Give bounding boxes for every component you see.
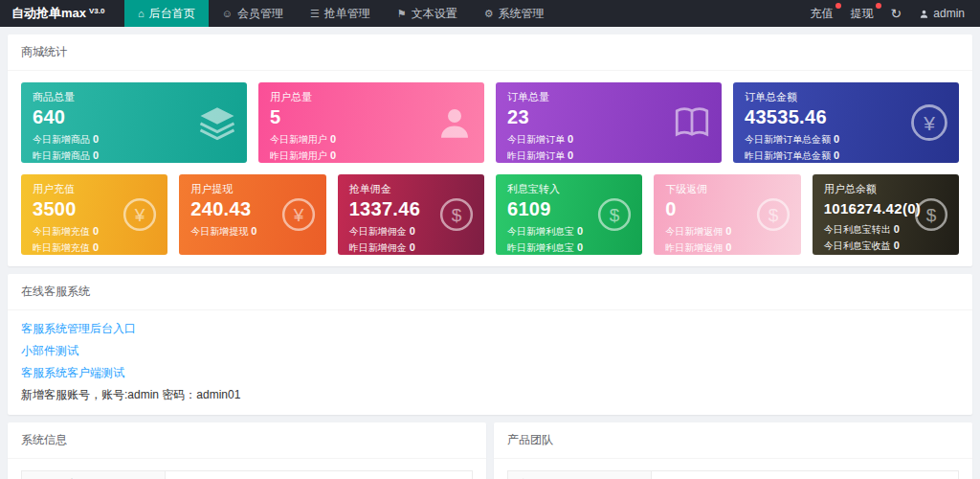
dollar-circle-icon: $ [438,196,475,233]
stat-sub: 昨日新增返佣0 [665,240,789,255]
stat-title: 抢单佣金 [349,182,473,196]
yen-circle-icon: ¥ [122,196,158,233]
menu-item-orders[interactable]: ☰ 抢单管理 [297,0,384,27]
book-icon [672,103,712,143]
system-info-panel: 系统信息 当前程序版本 V3.0 运行PHP版本 7.2.33 ThinkPHP… [8,422,486,479]
person-icon [919,9,929,19]
menu-item-system[interactable]: ⚙ 系统管理 [471,0,558,27]
user-icon [434,103,475,143]
stat-title: 下级返佣 [665,182,789,196]
stat-sub: 昨日新增订单总金额0 [745,148,947,163]
app-logo: 自动抢单max V3.0 [0,0,124,27]
product-team-table: 产品名称 抢单源码 产品说明 本产品仅为学习测试交流,请勿搭建商业或者用于违法行… [507,470,959,479]
widget-test-link[interactable]: 小部件测试 [21,340,959,362]
navbar-right: 充值 提现 ↻ admin [811,0,980,27]
service-panel-body: 客服系统管理后台入口 小部件测试 客服系统客户端测试 新增客服账号，账号:adm… [8,310,972,415]
order-icon: ☰ [310,8,320,20]
service-panel-title: 在线客服系统 [8,274,972,310]
service-panel: 在线客服系统 客服系统管理后台入口 小部件测试 客服系统客户端测试 新增客服账号… [8,274,972,415]
page-content: 商城统计 商品总量 640 今日新增商品0 昨日新增商品0 用户总量 5 今日新… [0,27,980,479]
main-menu: ⌂ 后台首页 ☺ 会员管理 ☰ 抢单管理 ⚑ 文本设置 ⚙ 系统管理 [124,0,558,27]
recharge-badge [835,3,841,9]
stat-card-total-balance: 用户总余额 1016274.42(0) 今日利息宝转出0 今日利息宝收益0 $ [813,174,959,255]
withdraw-link[interactable]: 提现 [851,6,874,22]
stat-card-orders: 订单总量 23 今日新增订单0 昨日新增订单0 [496,82,722,163]
product-team-title: 产品团队 [494,422,972,459]
dollar-circle-icon: $ [755,196,791,233]
system-info-body: 当前程序版本 V3.0 运行PHP版本 7.2.33 ThinkPHP版本 5.… [8,459,486,479]
stat-title: 利息宝转入 [507,182,631,196]
layers-icon [197,103,237,143]
gear-icon: ⚙ [484,8,494,20]
product-team-body: 产品名称 抢单源码 产品说明 本产品仅为学习测试交流,请勿搭建商业或者用于违法行… [494,459,972,479]
stats-panel: 商城统计 商品总量 640 今日新增商品0 昨日新增商品0 用户总量 5 今日新… [8,34,972,266]
stat-card-interest-in: 利息宝转入 6109 今日新增利息宝0 昨日新增利息宝0 $ [496,174,642,255]
refresh-icon[interactable]: ↻ [891,6,902,21]
stats-panel-title: 商城统计 [8,34,972,71]
menu-item-home[interactable]: ⌂ 后台首页 [124,0,209,27]
svg-text:$: $ [610,205,620,225]
app-version: V3.0 [89,7,104,15]
stat-sub: 昨日新增充值0 [33,240,156,255]
service-admin-entry-link[interactable]: 客服系统管理后台入口 [21,318,959,340]
stat-sub: 昨日新增商品0 [33,148,235,163]
admin-dropdown[interactable]: admin [919,7,965,20]
withdraw-badge [876,3,881,9]
system-info-table: 当前程序版本 V3.0 运行PHP版本 7.2.33 ThinkPHP版本 5.… [21,470,473,479]
menu-item-members[interactable]: ☺ 会员管理 [209,0,297,27]
stat-card-users: 用户总量 5 今日新增用户0 昨日新增用户0 [258,82,484,163]
stat-title: 用户充值 [33,182,156,196]
table-row: 当前程序版本 V3.0 [22,471,473,479]
svg-text:$: $ [452,205,462,225]
stat-card-sub-rebate: 下级返佣 0 今日新增返佣0 昨日新增返佣0 $ [654,174,800,255]
table-row: 产品名称 抢单源码 [508,471,959,479]
service-account-note: 新增客服账号，账号:admin 密码：admin01 [21,387,959,403]
product-team-panel: 产品团队 产品名称 抢单源码 产品说明 本产品仅为学习测试交流,请勿搭建商业或者… [494,422,972,479]
top-navbar: 自动抢单max V3.0 ⌂ 后台首页 ☺ 会员管理 ☰ 抢单管理 ⚑ 文本设置… [0,0,980,27]
svg-text:¥: ¥ [923,112,935,134]
svg-text:¥: ¥ [292,205,303,225]
stat-card-order-amount: 订单总金额 43535.46 今日新增订单总金额0 昨日新增订单总金额0 ¥ [733,82,959,163]
svg-text:¥: ¥ [134,205,145,225]
stat-title: 用户总余额 [824,182,947,196]
member-icon: ☺ [222,8,233,19]
stat-title: 用户提现 [190,182,314,196]
stat-sub: 昨日新增用户0 [270,148,473,163]
menu-item-text-settings[interactable]: ⚑ 文本设置 [384,0,471,27]
stat-card-commission: 抢单佣金 1337.46 今日新增佣金0 昨日新增佣金0 $ [338,174,484,255]
dollar-circle-icon: $ [596,196,633,233]
bottom-panels: 系统信息 当前程序版本 V3.0 运行PHP版本 7.2.33 ThinkPHP… [8,422,972,479]
stats-row-2: 用户充值 3500 今日新增充值0 昨日新增充值0 ¥ 用户提现 240.43 … [21,174,959,255]
svg-text:$: $ [768,205,778,225]
client-test-link[interactable]: 客服系统客户端测试 [21,362,959,384]
flag-icon: ⚑ [397,8,407,20]
stat-card-products: 商品总量 640 今日新增商品0 昨日新增商品0 [21,82,247,163]
stat-sub: 昨日新增佣金0 [349,240,473,255]
stat-card-withdraw: 用户提现 240.43 今日新增提现0 ¥ [179,174,325,255]
stat-card-recharge: 用户充值 3500 今日新增充值0 昨日新增充值0 ¥ [21,174,167,255]
home-icon: ⌂ [138,8,145,19]
dollar-circle-icon: $ [913,196,949,233]
system-info-title: 系统信息 [8,422,486,459]
recharge-link[interactable]: 充值 [811,6,834,22]
app-title: 自动抢单max [11,5,86,22]
stat-sub: 今日利息宝收益0 [824,238,947,254]
stat-sub: 昨日新增订单0 [507,148,710,163]
yen-circle-icon: ¥ [280,196,317,233]
stats-panel-body: 商品总量 640 今日新增商品0 昨日新增商品0 用户总量 5 今日新增用户0 … [8,71,972,266]
stats-row-1: 商品总量 640 今日新增商品0 昨日新增商品0 用户总量 5 今日新增用户0 … [21,82,959,163]
stat-sub: 昨日新增利息宝0 [507,240,631,255]
svg-text:$: $ [926,205,937,225]
yen-circle-icon: ¥ [909,103,949,143]
